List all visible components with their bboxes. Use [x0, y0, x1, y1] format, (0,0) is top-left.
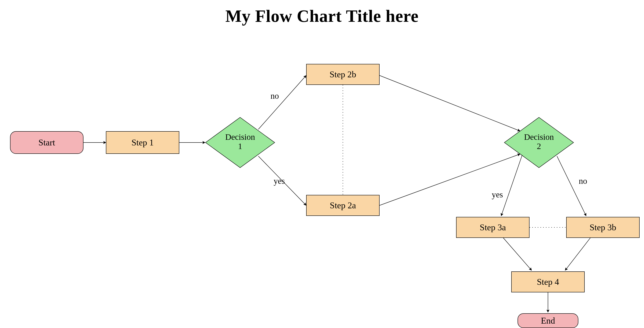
edge-step2a-dec2	[380, 154, 520, 205]
node-start: Start	[10, 131, 84, 154]
edge-dec1-step2b	[258, 75, 306, 129]
node-label: Step 1	[132, 137, 154, 148]
node-step3a: Step 3a	[456, 217, 530, 238]
node-dec1	[206, 117, 275, 168]
node-step4: Step 4	[511, 271, 585, 292]
node-step1: Step 1	[106, 131, 179, 154]
edge-step3a-step4	[503, 238, 532, 270]
node-label: Step 3a	[480, 222, 506, 232]
edge-step3b-step4	[565, 238, 590, 270]
node-label: Step 2b	[330, 69, 356, 79]
node-label: End	[541, 316, 555, 326]
node-label: Start	[38, 137, 55, 148]
edge-dec1-step2a	[258, 156, 306, 205]
node-step2a: Step 2a	[306, 195, 380, 216]
node-label: Step 3b	[590, 222, 616, 232]
edge-dec2-step3b	[557, 156, 586, 216]
node-dec2	[504, 117, 574, 168]
edge-dec2-step3a	[501, 155, 522, 216]
node-label: Step 2a	[330, 200, 356, 210]
node-end: End	[518, 313, 578, 328]
svg-marker-1	[504, 117, 574, 168]
node-step3b: Step 3b	[566, 217, 640, 238]
node-step2b: Step 2b	[306, 64, 380, 85]
node-label: Step 4	[537, 277, 559, 287]
edge-step2b-dec2	[380, 75, 520, 131]
svg-marker-0	[206, 117, 275, 168]
